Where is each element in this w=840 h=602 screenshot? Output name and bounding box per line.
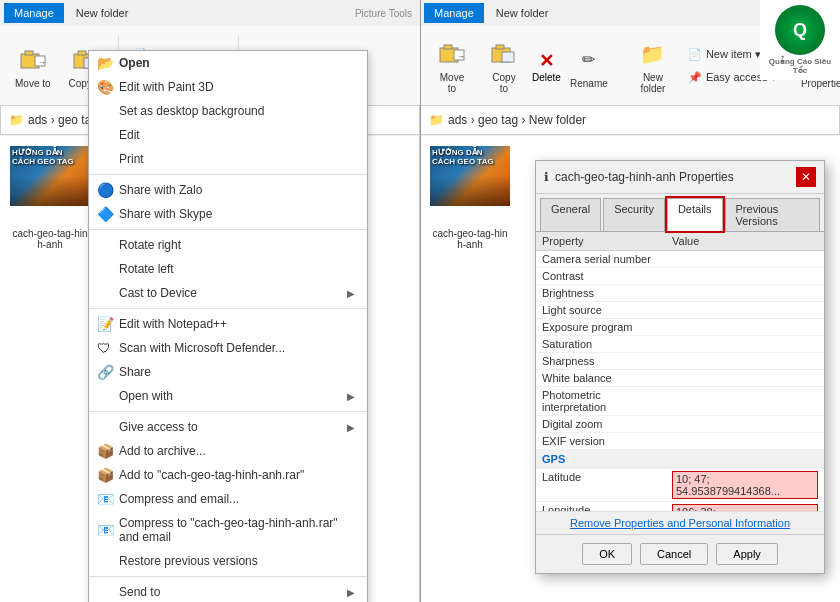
left-ribbon-tabs: Manage New folder Picture Tools — [0, 0, 420, 26]
cancel-button[interactable]: Cancel — [640, 543, 708, 565]
table-row: EXIF version — [536, 433, 824, 450]
ctx-sep4 — [89, 411, 367, 412]
right-easyaccess-icon: 📌 — [688, 71, 702, 84]
right-address-bar[interactable]: 📁 ads › geo tag › New folder — [420, 105, 840, 135]
ctx-rotate-right[interactable]: Rotate right — [89, 233, 367, 257]
right-tab-manage[interactable]: Manage — [424, 3, 484, 23]
svg-text:→: → — [457, 52, 465, 61]
ctx-cast-arrow: ▶ — [347, 288, 355, 299]
apply-button[interactable]: Apply — [716, 543, 778, 565]
right-thumb-text: HƯỚNG DẪNCÁCH GEO TAG — [430, 146, 510, 168]
right-newfolder-btn[interactable]: 📁 New folder — [629, 31, 677, 101]
ctx-print[interactable]: Print — [89, 147, 367, 171]
ctx-sep3 — [89, 308, 367, 309]
properties-dialog: ℹ cach-geo-tag-hinh-anh Properties ✕ Gen… — [535, 160, 825, 574]
right-move-icon: → — [436, 38, 468, 70]
ctx-sendto[interactable]: Send to ▶ — [89, 580, 367, 602]
right-move-btn[interactable]: → Move to — [428, 31, 476, 101]
longitude-value: 106; 38; 23.066520065942... — [672, 504, 818, 511]
left-picture-tools: Picture Tools — [351, 8, 416, 19]
svg-text:→: → — [38, 58, 46, 67]
table-row: Camera serial number — [536, 251, 824, 268]
longitude-row: Longitude 106; 38; 23.066520065942... — [536, 502, 824, 512]
left-tab-newfolder[interactable]: New folder — [66, 3, 139, 23]
ctx-notepad-icon: 📝 — [97, 316, 114, 332]
ctx-addrar[interactable]: 📦 Add to "cach-geo-tag-hinh-anh.rar" — [89, 463, 367, 487]
ctx-open[interactable]: 📂 Open — [89, 51, 367, 75]
latitude-row: Latitude 10; 47; 54.9538799414368... — [536, 469, 824, 502]
ctx-restore[interactable]: Restore previous versions — [89, 549, 367, 573]
gps-header: GPS — [536, 450, 824, 469]
ctx-edit[interactable]: Edit — [89, 123, 367, 147]
ctx-defender[interactable]: 🛡 Scan with Microsoft Defender... — [89, 336, 367, 360]
ctx-skype-icon: 🔷 — [97, 206, 114, 222]
ctx-compraremail[interactable]: 📧 Compress to "cach-geo-tag-hinh-anh.rar… — [89, 511, 367, 549]
ctx-rotate-left[interactable]: Rotate left — [89, 257, 367, 281]
ctx-defender-icon: 🛡 — [97, 340, 111, 356]
ctx-compraremail-icon: 📧 — [97, 522, 114, 538]
right-newitem-label: New item ▾ — [706, 48, 761, 61]
move-icon: → — [17, 44, 49, 76]
latitude-value: 10; 47; 54.9538799414368... — [672, 471, 818, 499]
ctx-compressemail[interactable]: 📧 Compress and email... — [89, 487, 367, 511]
right-newfolder-label: New folder — [636, 72, 670, 94]
right-tab-newfolder[interactable]: New folder — [486, 3, 559, 23]
left-tab-manage[interactable]: Manage — [4, 3, 64, 23]
dialog-tab-details[interactable]: Details — [667, 198, 723, 231]
ctx-sep2 — [89, 229, 367, 230]
right-address-icon: 📁 — [429, 113, 444, 127]
ctx-zalo[interactable]: 🔵 Share with Zalo — [89, 178, 367, 202]
svg-rect-8 — [444, 45, 452, 49]
dialog-title-bar: ℹ cach-geo-tag-hinh-anh Properties ✕ — [536, 161, 824, 194]
table-row: Exposure program — [536, 319, 824, 336]
ctx-openwith[interactable]: Open with ▶ — [89, 384, 367, 408]
ctx-skype[interactable]: 🔷 Share with Skype — [89, 202, 367, 226]
table-row: Contrast — [536, 268, 824, 285]
right-copy-btn[interactable]: Copy to — [480, 31, 528, 101]
left-move-label: Move to — [15, 78, 51, 89]
dialog-close-btn[interactable]: ✕ — [796, 167, 816, 187]
dialog-footer: OK Cancel Apply — [536, 534, 824, 573]
svg-rect-13 — [502, 52, 514, 62]
watermark: Q Quảng Cáo Siêu Tốc — [760, 0, 840, 80]
right-rename-btn[interactable]: ✏ Rename — [565, 31, 613, 101]
ctx-share-icon: 🔗 — [97, 364, 114, 380]
table-row: Sharpness — [536, 353, 824, 370]
svg-rect-1 — [25, 51, 33, 55]
table-row: White balance — [536, 370, 824, 387]
prop-scroll[interactable]: Property Value Camera serial number Cont… — [536, 232, 824, 511]
ctx-addarchive-icon: 📦 — [97, 443, 114, 459]
ctx-cast[interactable]: Cast to Device ▶ — [89, 281, 367, 305]
ctx-share[interactable]: 🔗 Share — [89, 360, 367, 384]
right-copy-icon — [488, 38, 520, 70]
ctx-addarchive[interactable]: 📦 Add to archive... — [89, 439, 367, 463]
table-row: Digital zoom — [536, 416, 824, 433]
table-row: Saturation — [536, 336, 824, 353]
dialog-tab-general[interactable]: General — [540, 198, 601, 231]
ok-button[interactable]: OK — [582, 543, 632, 565]
remove-properties-link[interactable]: Remove Properties and Personal Informati… — [566, 513, 794, 533]
right-move-label: Move to — [435, 72, 469, 94]
ctx-addrar-icon: 📦 — [97, 467, 114, 483]
left-file-name: cach-geo-tag-hinh-anh — [10, 228, 90, 250]
prop-table: Property Value Camera serial number Cont… — [536, 232, 824, 511]
right-newitem-icon: 📄 — [688, 48, 702, 61]
ctx-openwith-arrow: ▶ — [347, 391, 355, 402]
ctx-notepad[interactable]: 📝 Edit with Notepad++ — [89, 312, 367, 336]
ctx-open-icon: 📂 — [97, 55, 114, 71]
dialog-tabs: General Security Details Previous Versio… — [536, 194, 824, 231]
ctx-desktop[interactable]: Set as desktop background — [89, 99, 367, 123]
left-move-btn[interactable]: → Move to — [8, 31, 58, 101]
right-delete-btn[interactable]: ✕ Delete — [532, 50, 561, 83]
ctx-paint3d[interactable]: 🎨 Edit with Paint 3D — [89, 75, 367, 99]
dialog-tab-versions[interactable]: Previous Versions — [725, 198, 820, 231]
svg-rect-12 — [496, 45, 504, 49]
right-copy-label: Copy to — [487, 72, 521, 94]
table-row: Light source — [536, 302, 824, 319]
ctx-giveaccess[interactable]: Give access to ▶ — [89, 415, 367, 439]
table-row: Photometric interpretation — [536, 387, 824, 416]
ctx-compressemail-icon: 📧 — [97, 491, 114, 507]
ctx-sendto-arrow: ▶ — [347, 587, 355, 598]
dialog-tab-security[interactable]: Security — [603, 198, 665, 231]
context-menu: 📂 Open 🎨 Edit with Paint 3D Set as deskt… — [88, 50, 368, 602]
